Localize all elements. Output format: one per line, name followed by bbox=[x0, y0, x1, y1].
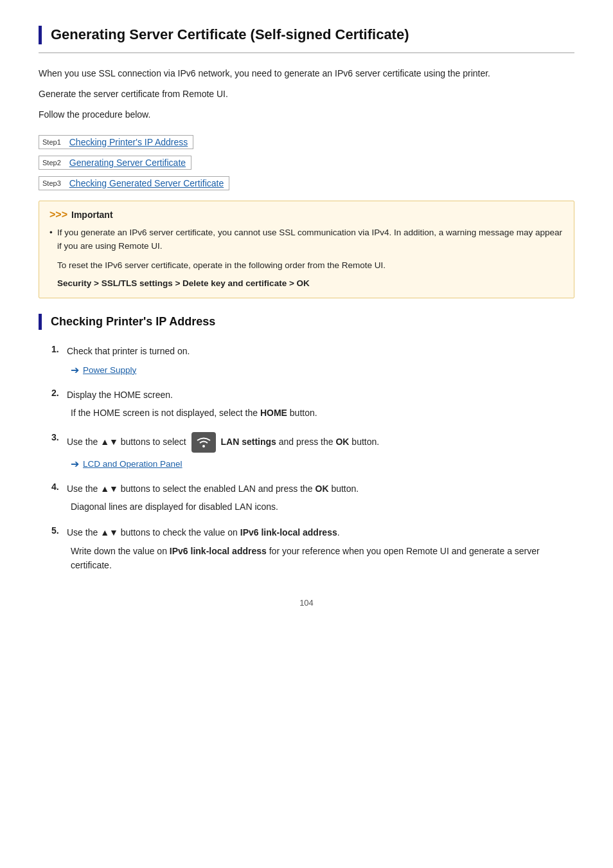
item3-arrow-row: ➔ LCD and Operation Panel bbox=[71, 458, 574, 470]
home-bold: HOME bbox=[260, 408, 287, 418]
intro-line3: Follow the procedure below. bbox=[39, 107, 574, 122]
power-supply-link[interactable]: Power Supply bbox=[83, 365, 136, 375]
item4-num: 4. bbox=[51, 482, 67, 492]
list-item-1: 1. Check that printer is turned on. ➔ Po… bbox=[51, 344, 574, 375]
item3-arrows: ▲▼ bbox=[100, 436, 118, 446]
important-content: If you generate an IPv6 server certifica… bbox=[49, 226, 564, 290]
item2-num: 2. bbox=[51, 388, 67, 398]
item4-arrows: ▲▼ bbox=[100, 484, 118, 494]
item2-text: Display the HOME screen. bbox=[67, 388, 173, 402]
item5-arrows: ▲▼ bbox=[100, 527, 118, 538]
important-chevrons-icon: >>> bbox=[49, 209, 67, 221]
section1-title: Checking Printer's IP Address bbox=[51, 314, 215, 330]
item3-num-text: 3. Use the ▲▼ buttons to select LAN sett… bbox=[51, 432, 574, 453]
list-item-5: 5. Use the ▲▼ buttons to check the value… bbox=[51, 525, 574, 572]
item5-text: Use the ▲▼ buttons to check the value on… bbox=[67, 525, 340, 539]
item1-text: Check that printer is turned on. bbox=[67, 344, 190, 358]
step-item-2: Step2 Generating Server Certificate bbox=[39, 156, 574, 170]
item4-num-text: 4. Use the ▲▼ buttons to select the enab… bbox=[51, 482, 574, 496]
step-item-3: Step3 Checking Generated Server Certific… bbox=[39, 176, 574, 190]
item3-num: 3. bbox=[51, 432, 67, 442]
item4-sub: Diagonal lines are displayed for disable… bbox=[71, 500, 574, 514]
item4-text: Use the ▲▼ buttons to select the enabled… bbox=[67, 482, 359, 496]
page-title-section: Generating Server Certificate (Self-sign… bbox=[39, 26, 574, 53]
list-item-4: 4. Use the ▲▼ buttons to select the enab… bbox=[51, 482, 574, 514]
important-bullet: If you generate an IPv6 server certifica… bbox=[49, 226, 564, 253]
ipv6-bold: IPv6 link-local address bbox=[240, 527, 337, 538]
step1-link[interactable]: Checking Printer's IP Address bbox=[64, 135, 194, 149]
important-header: >>> Important bbox=[49, 209, 564, 221]
arrow-icon-1: ➔ bbox=[71, 364, 79, 376]
list-item-2: 2. Display the HOME screen. If the HOME … bbox=[51, 388, 574, 420]
important-box: >>> Important If you generate an IPv6 se… bbox=[39, 201, 574, 298]
step3-badge: Step3 bbox=[39, 176, 64, 190]
ok-bold-4: OK bbox=[315, 484, 329, 494]
item2-sub: If the HOME screen is not displayed, sel… bbox=[71, 406, 574, 420]
lan-settings-icon bbox=[191, 432, 216, 453]
lan-settings-bold: LAN settings bbox=[220, 436, 276, 446]
intro-line2: Generate the server certificate from Rem… bbox=[39, 87, 574, 101]
page-number: 104 bbox=[39, 598, 574, 608]
svg-point-0 bbox=[202, 445, 205, 448]
item1-num: 1. bbox=[51, 344, 67, 354]
intro-line1: When you use SSL connection via IPv6 net… bbox=[39, 66, 574, 80]
arrow-icon-3: ➔ bbox=[71, 458, 79, 470]
item2-num-text: 2. Display the HOME screen. bbox=[51, 388, 574, 402]
page-title: Generating Server Certificate (Self-sign… bbox=[51, 26, 409, 44]
section1-heading-wrapper: Checking Printer's IP Address bbox=[39, 314, 574, 331]
item1-num-text: 1. Check that printer is turned on. bbox=[51, 344, 574, 358]
ipv6-bold-2: IPv6 link-local address bbox=[170, 546, 267, 556]
title-accent-bar bbox=[39, 26, 42, 44]
item3-text: Use the ▲▼ buttons to select LAN setting… bbox=[67, 432, 379, 453]
step3-link[interactable]: Checking Generated Server Certificate bbox=[64, 176, 229, 190]
item5-num-text: 5. Use the ▲▼ buttons to check the value… bbox=[51, 525, 574, 539]
step-item-1: Step1 Checking Printer's IP Address bbox=[39, 135, 574, 149]
step2-badge: Step2 bbox=[39, 156, 64, 170]
item1-arrow-row: ➔ Power Supply bbox=[71, 364, 574, 376]
lcd-panel-link[interactable]: LCD and Operation Panel bbox=[83, 459, 182, 469]
ok-bold-3: OK bbox=[335, 436, 349, 446]
important-reset-line: To reset the IPv6 server certificate, op… bbox=[57, 258, 564, 273]
numbered-list: 1. Check that printer is turned on. ➔ Po… bbox=[51, 344, 574, 572]
important-label: Important bbox=[71, 210, 113, 220]
list-item-3: 3. Use the ▲▼ buttons to select LAN sett… bbox=[51, 432, 574, 470]
steps-list: Step1 Checking Printer's IP Address Step… bbox=[39, 135, 574, 190]
section1-accent-bar bbox=[39, 314, 42, 330]
important-path: Security > SSL/TLS settings > Delete key… bbox=[57, 276, 564, 291]
step1-badge: Step1 bbox=[39, 135, 64, 149]
item5-sub: Write down the value on IPv6 link-local … bbox=[71, 544, 574, 573]
item5-num: 5. bbox=[51, 525, 67, 536]
step2-link[interactable]: Generating Server Certificate bbox=[64, 156, 191, 170]
